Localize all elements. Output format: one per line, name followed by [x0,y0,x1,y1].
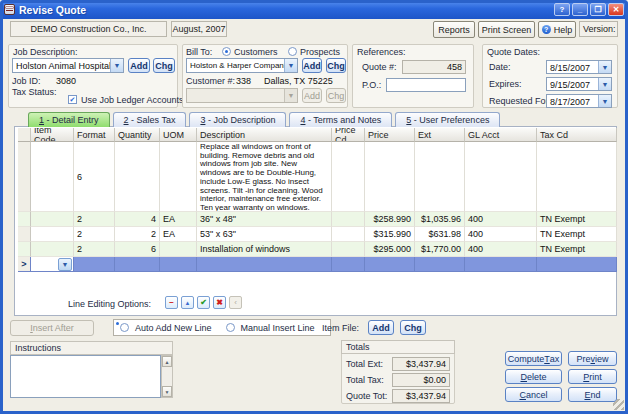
grid-cell-uom[interactable]: EA [160,227,197,242]
grid-cell-quantity[interactable]: 4 [115,212,160,227]
row-selector[interactable] [18,227,31,242]
job-combo-dropdown-icon[interactable]: ▼ [110,59,123,72]
print-button[interactable]: Print [568,369,617,384]
grid-cell-price-cd[interactable] [332,212,365,227]
grid-cell-gl-acct[interactable]: 400 [465,242,537,257]
grid-cell-ext[interactable]: $1,770.00 [415,242,465,257]
date-combo[interactable]: 8/15/2007 ▼ [546,60,612,74]
grid-cell-format[interactable]: 2 [74,212,115,227]
grid-cell-gl-acct[interactable] [465,142,537,212]
grid-cell-price-cd[interactable] [332,227,365,242]
reports-button[interactable]: Reports [433,21,475,38]
delete-button[interactable]: Delete [505,369,562,384]
customer-combo[interactable]: Holston & Harper Companies ▼ [186,58,298,73]
help-button[interactable]: ? Help [538,21,576,38]
expires-dropdown-icon[interactable]: ▼ [598,78,611,90]
grid-cell-gl-acct[interactable]: 400 [465,212,537,227]
grid-cell-uom[interactable]: EA [160,212,197,227]
job-chg-button[interactable]: Chg [153,58,175,73]
grid-cell-uom[interactable] [160,142,197,212]
grid-row-new[interactable]: > ▼ [18,257,617,272]
grid-row-3[interactable]: 2 2 EA 53" x 63" $315.990 $631.98 400 TN… [18,227,617,242]
manual-insert-line-radio[interactable] [226,323,235,332]
grid-cell-tax-cd[interactable] [537,142,617,212]
requested-for-combo[interactable]: 8/17/2007 ▼ [546,94,612,108]
item-file-chg-button[interactable]: Chg [400,320,426,335]
tab-user-preferences[interactable]: 5 - User Preferences [395,112,500,127]
requested-dropdown-icon[interactable]: ▼ [598,95,611,107]
tab-detail-entry[interactable]: 1 - Detail Entry [28,112,110,127]
job-add-button[interactable]: Add [128,58,150,73]
grid-cell-description[interactable]: Replace all windows on front of building… [197,142,332,212]
instructions-textarea[interactable] [10,355,161,398]
grid-cell-ext[interactable]: $1,035.96 [415,212,465,227]
grid-cell-quantity[interactable]: 2 [115,227,160,242]
customers-radio[interactable] [222,47,231,56]
grid-cell-price-cd[interactable] [332,257,365,272]
grid-cell-description[interactable]: 36" x 48" [197,212,332,227]
grid-cell-format[interactable]: 6 [74,142,115,212]
grid-row-1[interactable]: 6 Replace all windows on front of buildi… [18,142,617,212]
grid-cell-price[interactable]: $295.000 [365,242,415,257]
grid-cell-item-code[interactable] [31,227,74,242]
row-selector[interactable] [18,142,31,212]
item-code-dropdown-icon[interactable]: ▼ [58,258,72,271]
row-selector[interactable] [18,212,31,227]
accept-line-icon[interactable]: ✔ [197,296,210,309]
grid-cell-tax-cd[interactable]: TN Exempt [537,212,617,227]
grid-cell-item-code[interactable] [31,142,74,212]
scroll-down-icon[interactable]: ▼ [162,386,172,397]
use-job-ledger-checkbox[interactable]: ✔ [68,95,77,104]
grid-cell-description[interactable]: 53" x 63" [197,227,332,242]
close-button[interactable]: ✕ [608,3,624,16]
titlebar-help-button[interactable]: ? [554,3,570,16]
cancel-button[interactable]: Cancel [505,387,562,402]
move-line-up-icon[interactable]: ▲ [181,296,194,309]
grid-cell-tax-cd[interactable]: TN Exempt [537,242,617,257]
grid-cell-quantity[interactable] [115,257,160,272]
maximize-button[interactable]: ❒ [590,3,606,16]
date-dropdown-icon[interactable]: ▼ [598,61,611,73]
grid-cell-description[interactable] [197,257,332,272]
job-combo[interactable]: Holston Animal Hospital ▼ [12,58,124,73]
grid-row-2[interactable]: 2 4 EA 36" x 48" $258.990 $1,035.96 400 … [18,212,617,227]
expires-combo[interactable]: 9/15/2007 ▼ [546,77,612,91]
grid-cell-quantity[interactable]: 6 [115,242,160,257]
grid-cell-uom[interactable] [160,257,197,272]
tab-job-description[interactable]: 3 - Job Description [189,112,286,127]
scroll-up-icon[interactable]: ▲ [162,356,172,367]
print-screen-button[interactable]: Print Screen [478,21,535,38]
tab-sales-tax[interactable]: 2 - Sales Tax [113,112,187,127]
grid-row-4[interactable]: 2 6 Installation of windows $295.000 $1,… [18,242,617,257]
grid-cell-price[interactable]: $315.990 [365,227,415,242]
grid-cell-item-code[interactable] [31,242,74,257]
tab-terms-and-notes[interactable]: 4 - Terms and Notes [289,112,392,127]
cancel-line-icon[interactable]: ✖ [213,296,226,309]
resize-grip[interactable] [613,399,624,410]
po-input[interactable] [386,78,466,92]
grid-cell-format[interactable] [74,257,115,272]
grid-cell-ext[interactable] [415,257,465,272]
grid-cell-gl-acct[interactable] [465,257,537,272]
row-selector[interactable] [18,242,31,257]
customer-add-button[interactable]: Add [302,58,322,73]
delete-line-icon[interactable]: − [165,296,178,309]
grid-cell-uom[interactable] [160,242,197,257]
grid-cell-tax-cd[interactable]: TN Exempt [537,227,617,242]
grid-cell-ext[interactable]: $631.98 [415,227,465,242]
grid-cell-price[interactable] [365,257,415,272]
grid-cell-price-cd[interactable] [332,242,365,257]
instructions-scrollbar[interactable]: ▲ ▼ [161,355,173,398]
preview-button[interactable]: Preview [568,351,617,366]
compute-tax-button[interactable]: Compute Tax [505,351,562,366]
grid-cell-price[interactable]: $258.990 [365,212,415,227]
minimize-button[interactable]: _ [572,3,588,16]
grid-cell-format[interactable]: 2 [74,227,115,242]
item-file-add-button[interactable]: Add [368,320,394,335]
grid-cell-item-code[interactable] [31,212,74,227]
grid-cell-format[interactable]: 2 [74,242,115,257]
grid-cell-item-code[interactable]: ▼ [31,257,74,272]
end-button[interactable]: End [568,387,617,402]
auto-add-new-line-radio[interactable] [120,323,129,332]
prospects-radio[interactable] [288,47,297,56]
